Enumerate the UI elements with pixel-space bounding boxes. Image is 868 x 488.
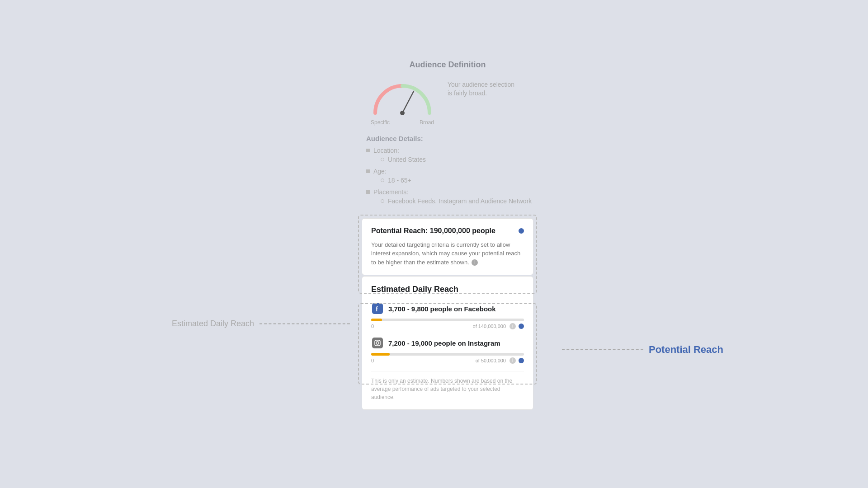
svg-point-1 — [400, 111, 405, 115]
bullet-circle-placements — [381, 199, 384, 203]
facebook-labels: 0 of 140,000,000 i — [371, 323, 524, 329]
left-annotation: Estimated Daily Reach — [172, 319, 350, 328]
instagram-progress — [371, 353, 524, 356]
facebook-label-left: 0 — [371, 324, 374, 329]
instagram-range: 7,200 - 19,000 people on Instagram — [388, 339, 500, 347]
cards-area: Estimated Daily Reach Potential Reach Po… — [362, 218, 533, 410]
instagram-icon — [371, 337, 384, 349]
detail-placements: Placements: Facebook Feeds, Instagram an… — [366, 188, 533, 206]
potential-reach-card: Potential Reach: 190,000,000 people Your… — [362, 218, 533, 276]
age-label: Age: — [373, 168, 387, 175]
location-label: Location: — [373, 147, 399, 154]
instagram-label-right: of 50,000,000 i — [476, 357, 524, 364]
potential-reach-dot — [519, 228, 524, 234]
gauge-broad-label: Broad — [420, 119, 434, 126]
daily-reach-card: Estimated Daily Reach f 3,700 - 9,800 pe… — [362, 276, 533, 410]
right-annotation: Potential Reach — [562, 344, 723, 356]
gauge-description: Your audience selection is fairly broad. — [448, 80, 520, 98]
location-item-us: United States — [373, 156, 426, 163]
audience-definition-section: Audience Definition Specific — [362, 60, 533, 209]
audience-details: Audience Details: Location: United State… — [362, 135, 533, 206]
placements-item: Facebook Feeds, Instagram and Audience N… — [373, 197, 532, 205]
facebook-icon: f — [371, 302, 384, 315]
gauge-svg — [366, 77, 439, 117]
facebook-right-text: of 140,000,000 — [473, 324, 506, 329]
bullet-square-location — [366, 149, 370, 152]
potential-reach-header: Potential Reach: 190,000,000 people — [371, 227, 524, 235]
svg-rect-4 — [372, 338, 383, 348]
facebook-section: f 3,700 - 9,800 people on Facebook 0 of … — [371, 302, 524, 329]
placements-sub-list: Facebook Feeds, Instagram and Audience N… — [373, 197, 532, 205]
facebook-info-icon: i — [509, 323, 516, 329]
bullet-square-placements — [366, 190, 370, 194]
facebook-right-dot — [519, 324, 524, 329]
facebook-fill — [371, 319, 382, 321]
daily-reach-title: Estimated Daily Reach — [371, 285, 524, 294]
placements-value: Facebook Feeds, Instagram and Audience N… — [388, 197, 532, 205]
info-icon: i — [472, 259, 478, 266]
details-title: Audience Details: — [366, 135, 533, 142]
potential-reach-title: Potential Reach: 190,000,000 people — [371, 227, 495, 235]
svg-line-0 — [402, 91, 414, 113]
svg-point-7 — [379, 341, 380, 342]
estimated-daily-reach-annotation: Estimated Daily Reach — [172, 319, 254, 328]
page-container: Audience Definition Specific — [0, 0, 868, 488]
age-item: 18 - 65+ — [373, 177, 411, 184]
facebook-row: f 3,700 - 9,800 people on Facebook — [371, 302, 524, 315]
instagram-fill — [371, 353, 390, 356]
potential-reach-annotation: Potential Reach — [649, 344, 723, 356]
location-sub-list: United States — [373, 156, 426, 163]
bullet-circle-age — [381, 178, 384, 182]
instagram-right-text: of 50,000,000 — [476, 358, 506, 363]
left-arrow-line — [259, 323, 350, 324]
bullet-square-age — [366, 169, 370, 173]
instagram-track — [371, 353, 524, 356]
age-range: 18 - 65+ — [388, 177, 411, 184]
instagram-labels: 0 of 50,000,000 i — [371, 357, 524, 364]
svg-text:f: f — [376, 305, 378, 313]
right-arrow-line — [562, 349, 643, 350]
detail-location: Location: United States — [366, 147, 533, 165]
instagram-right-dot — [519, 358, 524, 363]
facebook-progress — [371, 319, 524, 321]
instagram-row: 7,200 - 19,000 people on Instagram — [371, 337, 524, 349]
bullet-circle-us — [381, 158, 384, 161]
instagram-section: 7,200 - 19,000 people on Instagram 0 of … — [371, 337, 524, 364]
details-list: Location: United States — [366, 147, 533, 206]
audience-definition-title: Audience Definition — [362, 60, 533, 70]
instagram-label-left: 0 — [371, 358, 374, 363]
placements-label: Placements: — [373, 188, 408, 196]
facebook-range: 3,700 - 9,800 people on Facebook — [388, 305, 496, 313]
gauge-row: Specific Broad Your audience selection i… — [362, 77, 533, 126]
gauge-labels: Specific Broad — [371, 119, 434, 126]
instagram-info-icon: i — [509, 357, 516, 364]
age-sub-list: 18 - 65+ — [373, 177, 411, 184]
detail-age: Age: 18 - 65+ — [366, 168, 533, 186]
location-us: United States — [388, 156, 426, 163]
potential-reach-desc-text: Your detailed targeting criteria is curr… — [371, 241, 520, 266]
gauge-container: Specific Broad — [366, 77, 439, 126]
estimate-note: This is only an estimate. Numbers shown … — [371, 371, 524, 401]
facebook-track — [371, 319, 524, 321]
gauge-specific-label: Specific — [371, 119, 390, 126]
all-wrapper: Audience Definition Specific — [335, 60, 533, 410]
potential-reach-desc: Your detailed targeting criteria is curr… — [371, 240, 524, 267]
facebook-label-right: of 140,000,000 i — [473, 323, 524, 329]
